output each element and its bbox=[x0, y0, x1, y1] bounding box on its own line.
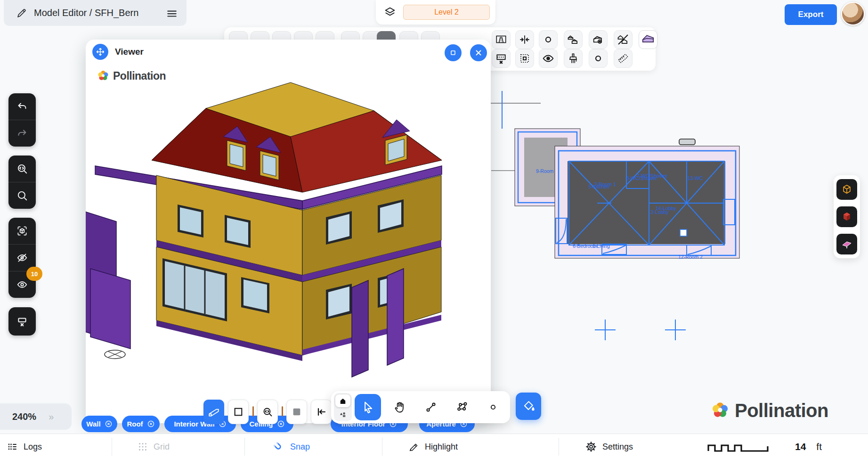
page-title: Model Editor / SFH_Bern bbox=[34, 8, 159, 18]
scale-ruler-icon bbox=[706, 440, 778, 454]
wireframe-view-button[interactable] bbox=[228, 400, 249, 424]
hamburger-menu-icon[interactable] bbox=[166, 7, 178, 19]
collapse-horizontal-icon[interactable] bbox=[515, 30, 534, 49]
pan-tool-button[interactable] bbox=[387, 394, 413, 420]
settings-button[interactable]: Settings bbox=[585, 434, 633, 459]
expand-chevrons-icon[interactable]: » bbox=[49, 411, 53, 422]
logs-label: Logs bbox=[24, 442, 42, 452]
tag-label: Wall bbox=[86, 420, 100, 428]
room-tool-icon[interactable] bbox=[335, 394, 350, 407]
brand-text: Pollination bbox=[735, 400, 828, 421]
zoom-value: 240% bbox=[12, 411, 36, 422]
app-header: Model Editor / SFH_Bern bbox=[4, 0, 187, 26]
maximize-icon[interactable] bbox=[445, 44, 462, 61]
highlight-toggle[interactable]: Highlight bbox=[408, 434, 458, 459]
grid-toggle[interactable]: Grid bbox=[138, 434, 170, 459]
shapes-tool-icon[interactable] bbox=[335, 408, 350, 420]
section-plane-icon[interactable] bbox=[492, 30, 511, 49]
room-label: 12-Room 2 bbox=[678, 254, 703, 260]
settings-label: Settings bbox=[602, 442, 633, 452]
measure-tape-icon[interactable] bbox=[614, 49, 633, 68]
grid-label: Grid bbox=[154, 442, 170, 452]
highlight-icon bbox=[408, 441, 419, 452]
room-label: 1-Living bbox=[592, 243, 610, 249]
level-value[interactable]: Level 2 bbox=[403, 5, 490, 20]
polygon-tool-button[interactable] bbox=[449, 394, 475, 420]
brush-icon[interactable] bbox=[564, 49, 583, 68]
move-window-icon[interactable] bbox=[92, 44, 108, 60]
tag-interior-wall[interactable]: Interior Wall bbox=[164, 416, 236, 432]
room-label: 7-WC/Shower bbox=[637, 173, 667, 179]
floor-plan-canvas[interactable] bbox=[485, 80, 758, 349]
room-label: 9-Room bbox=[536, 168, 553, 174]
shaded-view-button[interactable] bbox=[286, 400, 307, 424]
rooms-stack-icon[interactable] bbox=[564, 30, 583, 49]
divider bbox=[244, 438, 245, 456]
brand-logo: Pollination bbox=[709, 400, 828, 421]
logs-toggle[interactable]: Logs bbox=[7, 434, 42, 459]
point-tool-button[interactable] bbox=[480, 394, 506, 420]
snap-magnet-icon bbox=[272, 441, 284, 453]
tag-roof[interactable]: Roof bbox=[122, 416, 160, 432]
view-mode-stack bbox=[834, 175, 860, 258]
snap-toggle[interactable]: Snap bbox=[272, 434, 310, 459]
zoom-extents-button[interactable] bbox=[8, 156, 36, 182]
user-avatar[interactable] bbox=[841, 2, 865, 25]
select-tool-button[interactable] bbox=[355, 394, 381, 420]
room-shade-active-icon[interactable] bbox=[639, 30, 657, 49]
element-type-switch bbox=[334, 393, 352, 421]
layers-icon[interactable] bbox=[383, 6, 397, 19]
clip-plane-button[interactable] bbox=[203, 400, 224, 424]
draw-tool-palette bbox=[331, 391, 510, 423]
roof-plane-button[interactable] bbox=[836, 234, 857, 254]
highlight-label: Highlight bbox=[425, 442, 458, 452]
tag-close-icon[interactable] bbox=[105, 420, 113, 428]
tag-label: Roof bbox=[127, 420, 143, 428]
room-visibility-icon[interactable] bbox=[589, 30, 608, 49]
shaded-model-button[interactable] bbox=[836, 206, 857, 227]
eye-icon[interactable] bbox=[539, 49, 558, 68]
logs-icon bbox=[7, 441, 18, 452]
viewer-header[interactable]: Viewer bbox=[86, 40, 491, 64]
focus-model-button[interactable] bbox=[8, 218, 36, 244]
gear-icon bbox=[585, 441, 597, 452]
point-icon[interactable] bbox=[539, 30, 558, 49]
visibility-group bbox=[8, 218, 36, 298]
divider bbox=[112, 438, 112, 456]
tag-close-icon[interactable] bbox=[147, 420, 155, 428]
scale-unit: ft bbox=[816, 441, 822, 452]
viewer-window: Viewer Pollination bbox=[86, 40, 491, 423]
section-group bbox=[8, 307, 36, 336]
point-small-icon[interactable] bbox=[589, 49, 608, 68]
plane-delete-icon[interactable] bbox=[492, 49, 511, 68]
hidden-count-badge: 10 bbox=[26, 267, 42, 281]
scale-value: 14 bbox=[795, 441, 806, 452]
tag-close-icon[interactable] bbox=[277, 420, 285, 428]
close-icon[interactable] bbox=[470, 44, 487, 61]
previous-view-button[interactable] bbox=[311, 400, 332, 424]
room-label: 2-Lobby bbox=[651, 209, 669, 215]
remove-section-button[interactable] bbox=[8, 307, 36, 336]
rooms-hide-icon[interactable] bbox=[614, 30, 633, 49]
redo-button[interactable] bbox=[8, 120, 36, 147]
snap-label: Snap bbox=[290, 442, 310, 452]
grid-icon bbox=[138, 442, 148, 452]
status-bar: Logs Grid Snap Highlight Settings 14 ft bbox=[0, 434, 868, 459]
selection-box-icon[interactable] bbox=[515, 49, 534, 68]
zoom-window-button[interactable] bbox=[257, 400, 278, 424]
divider bbox=[382, 438, 382, 456]
export-button[interactable]: Export bbox=[785, 4, 837, 25]
undo-button[interactable] bbox=[8, 93, 36, 120]
isometric-view-button[interactable] bbox=[836, 179, 857, 200]
toolbar-divider bbox=[252, 406, 254, 417]
line-tool-button[interactable] bbox=[418, 394, 444, 420]
scale-bar: 14 ft bbox=[706, 434, 822, 459]
undo-redo-group bbox=[8, 93, 36, 147]
viewer-title: Viewer bbox=[115, 47, 484, 57]
zoom-button[interactable] bbox=[8, 182, 36, 209]
paint-bucket-button[interactable] bbox=[516, 393, 541, 420]
zoom-group bbox=[8, 156, 36, 209]
model-3d-canvas[interactable] bbox=[86, 66, 491, 423]
tag-wall[interactable]: Wall bbox=[81, 416, 117, 432]
divider bbox=[559, 438, 559, 456]
